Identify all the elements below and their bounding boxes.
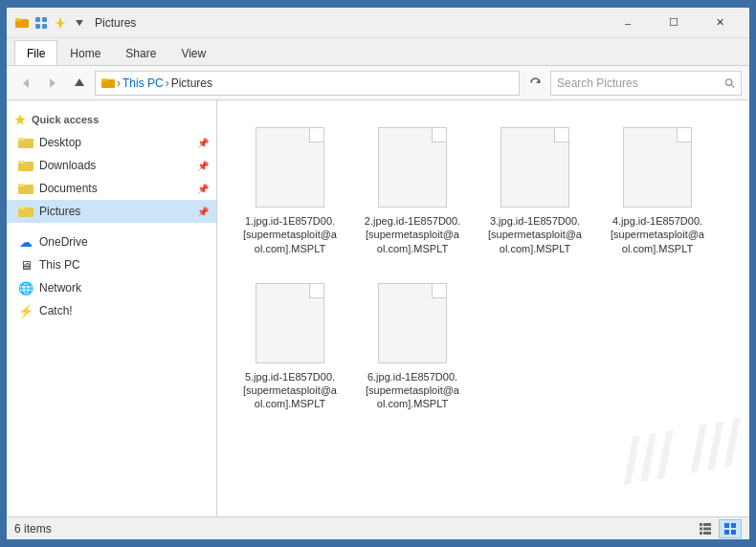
documents-folder-icon — [18, 181, 33, 196]
file-item-3[interactable]: 3.jpg.id-1E857D00.[supermetasploit@aol.c… — [478, 116, 592, 264]
tab-share[interactable]: Share — [113, 40, 168, 65]
files-grid: 1.jpg.id-1E857D00.[supermetasploit@aol.c… — [217, 100, 749, 516]
sidebar: ★ Quick access Desktop 📌 Downloads 📌 — [7, 100, 217, 516]
sidebar-item-downloads[interactable]: Downloads 📌 — [7, 154, 216, 177]
svg-marker-8 — [23, 78, 29, 88]
tab-home[interactable]: Home — [57, 40, 113, 65]
svg-marker-9 — [50, 78, 56, 88]
file-item-2[interactable]: 2.jpeg.id-1E857D00.[supermetasploit@aol.… — [355, 116, 470, 264]
svg-rect-12 — [101, 78, 107, 81]
up-button[interactable] — [68, 72, 91, 95]
view-buttons — [694, 519, 742, 538]
sidebar-item-thispc[interactable]: 🖥 This PC — [7, 253, 216, 276]
file-item-6[interactable]: 6.jpg.id-1E857D00.[supermetasploit@aol.c… — [355, 272, 470, 420]
svg-rect-17 — [18, 138, 25, 141]
svg-rect-33 — [731, 530, 736, 535]
file-page — [378, 127, 447, 208]
title-bar: Pictures – ☐ ✕ — [7, 8, 749, 38]
sidebar-item-network[interactable]: 🌐 Network — [7, 276, 216, 299]
pictures-folder-icon — [18, 204, 33, 219]
breadcrumb-thispc[interactable]: This PC — [122, 77, 164, 90]
svg-rect-27 — [703, 527, 711, 530]
desktop-folder-icon — [18, 135, 33, 150]
title-quick-access-icon — [33, 15, 49, 31]
svg-rect-3 — [42, 17, 47, 22]
svg-point-14 — [725, 78, 731, 84]
search-input[interactable] — [557, 77, 721, 90]
large-icons-view-button[interactable] — [719, 519, 742, 538]
minimize-button[interactable]: – — [606, 9, 650, 37]
file-name: 5.jpg.id-1E857D00.[supermetasploit@aol.c… — [241, 370, 339, 411]
breadcrumb-sep2: › — [166, 77, 169, 90]
title-dropdown-icon[interactable] — [72, 15, 87, 31]
title-pin-icon — [53, 15, 68, 31]
sidebar-item-onedrive[interactable]: ☁ OneDrive — [7, 230, 216, 253]
svg-rect-4 — [35, 24, 40, 29]
address-bar: › This PC › Pictures — [7, 66, 749, 100]
refresh-button[interactable] — [523, 72, 546, 95]
breadcrumb-bar: › This PC › Pictures — [95, 71, 520, 96]
svg-rect-32 — [724, 530, 729, 535]
svg-rect-23 — [18, 207, 25, 209]
pin-icon-dl: 📌 — [197, 161, 209, 171]
file-icon — [497, 124, 573, 210]
tab-file[interactable]: File — [14, 40, 57, 65]
svg-rect-31 — [731, 523, 736, 528]
catch-icon: ⚡ — [18, 303, 33, 318]
network-icon: 🌐 — [18, 280, 33, 295]
onedrive-icon: ☁ — [18, 234, 33, 250]
file-name: 4.jpg.id-1E857D00.[supermetasploit@aol.c… — [609, 214, 706, 255]
svg-rect-21 — [18, 184, 25, 186]
file-page — [256, 127, 324, 208]
breadcrumb-pictures: Pictures — [171, 77, 212, 90]
breadcrumb-sep1: › — [117, 77, 121, 90]
file-name: 1.jpg.id-1E857D00.[supermetasploit@aol.c… — [241, 214, 339, 255]
svg-marker-6 — [55, 17, 66, 29]
tab-view[interactable]: View — [168, 40, 218, 65]
svg-rect-2 — [35, 17, 40, 22]
sidebar-item-pictures[interactable]: Pictures 📌 — [7, 200, 216, 223]
svg-line-15 — [731, 84, 734, 87]
item-count: 6 items — [14, 522, 52, 536]
explorer-window: Pictures – ☐ ✕ File Home Share View — [5, 6, 751, 541]
file-icon — [374, 280, 451, 366]
sidebar-item-catch[interactable]: ⚡ Catch! — [7, 299, 216, 322]
breadcrumb-folder-icon — [101, 77, 115, 90]
file-icon — [252, 124, 328, 210]
title-controls: – ☐ ✕ — [606, 9, 742, 37]
svg-rect-29 — [703, 532, 711, 535]
svg-rect-5 — [42, 24, 47, 29]
pin-icon-pic: 📌 — [197, 207, 209, 217]
search-icon — [724, 77, 735, 89]
file-item-5[interactable]: 5.jpg.id-1E857D00.[supermetasploit@aol.c… — [233, 272, 347, 420]
pin-icon: 📌 — [197, 138, 209, 148]
file-page — [500, 127, 569, 208]
forward-button[interactable] — [41, 72, 64, 95]
svg-rect-19 — [18, 161, 25, 164]
file-page — [256, 283, 324, 363]
back-button[interactable] — [14, 72, 37, 95]
maximize-button[interactable]: ☐ — [652, 9, 696, 37]
list-view-button[interactable] — [694, 519, 717, 538]
file-item-1[interactable]: 1.jpg.id-1E857D00.[supermetasploit@aol.c… — [233, 116, 347, 264]
status-bar: 6 items — [7, 516, 749, 539]
sidebar-item-documents[interactable]: Documents 📌 — [7, 177, 216, 200]
sidebar-quick-access-header: ★ Quick access — [7, 108, 216, 131]
file-icon — [252, 280, 328, 366]
title-bar-icons — [14, 15, 87, 31]
svg-rect-1 — [15, 18, 21, 21]
search-box[interactable] — [550, 71, 742, 96]
content-area: /// /// 1.jpg.id-1E857D00.[supermetasplo… — [217, 100, 749, 516]
file-item-4[interactable]: 4.jpg.id-1E857D00.[supermetasploit@aol.c… — [600, 116, 715, 264]
file-name: 2.jpeg.id-1E857D00.[supermetasploit@aol.… — [364, 214, 461, 255]
svg-marker-10 — [75, 78, 84, 86]
file-name: 3.jpg.id-1E857D00.[supermetasploit@aol.c… — [486, 214, 584, 255]
main-area: ★ Quick access Desktop 📌 Downloads 📌 — [7, 100, 749, 516]
file-icon — [619, 124, 696, 210]
svg-rect-30 — [724, 523, 729, 528]
file-page — [378, 283, 447, 363]
svg-marker-7 — [76, 20, 83, 26]
sidebar-item-desktop[interactable]: Desktop 📌 — [7, 131, 216, 154]
window-title: Pictures — [95, 16, 606, 30]
close-button[interactable]: ✕ — [698, 9, 742, 37]
